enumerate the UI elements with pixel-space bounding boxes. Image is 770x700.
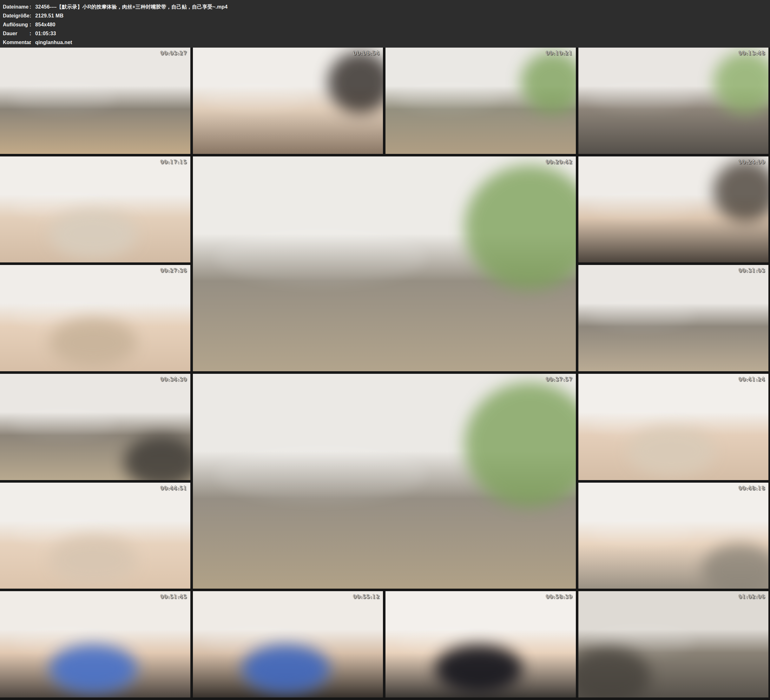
- filename-label: Dateiname: [3, 3, 29, 11]
- thumb-accent-shape: [628, 427, 715, 476]
- thumb-timestamp: 00:34:30: [160, 376, 187, 382]
- meta-row-comment: Kommentar : qinglanhua.net: [3, 38, 770, 47]
- thumb-timestamp: 00:44:51: [160, 485, 187, 491]
- video-thumbnail[interactable]: 00:13:48: [578, 48, 769, 154]
- comment-value: qinglanhua.net: [35, 38, 72, 47]
- video-thumbnail[interactable]: 00:10:21: [385, 48, 576, 154]
- video-thumbnail-large[interactable]: 00:20:42: [193, 156, 576, 371]
- thumb-accent-shape: [702, 544, 768, 589]
- thumb-timestamp: 00:51:45: [160, 593, 187, 600]
- meta-row-filesize: Dateigröße : 2129.51 MB: [3, 11, 770, 20]
- filename-value: 32456----【默示录】小R的按摩体验，肉丝+三种封嘴胶带，自己贴，自己享受…: [35, 3, 228, 11]
- thumb-timestamp: 00:48:18: [739, 485, 765, 491]
- duration-label: Dauer: [3, 29, 29, 38]
- separator-colon: :: [29, 20, 35, 29]
- video-thumbnail[interactable]: 00:55:12: [193, 591, 383, 697]
- thumb-timestamp: 00:31:03: [739, 267, 765, 274]
- thumb-accent-shape: [713, 52, 768, 113]
- video-thumbnail[interactable]: 00:27:36: [0, 265, 190, 371]
- thumb-timestamp: 00:03:27: [160, 50, 187, 56]
- thumb-accent-shape: [521, 52, 576, 113]
- separator-colon: :: [29, 29, 35, 38]
- separator-colon: :: [29, 38, 35, 47]
- separator-colon: :: [29, 11, 35, 20]
- video-thumbnail-large[interactable]: 00:37:57: [193, 374, 576, 589]
- video-thumbnail[interactable]: 00:03:27: [0, 48, 190, 154]
- video-thumbnail[interactable]: 00:17:15: [0, 156, 190, 263]
- video-thumbnail[interactable]: 00:31:03: [578, 265, 769, 371]
- meta-row-duration: Dauer : 01:05:33: [3, 29, 770, 38]
- resolution-value: 854x480: [35, 20, 55, 29]
- thumb-timestamp: 00:41:24: [739, 376, 765, 382]
- file-metadata-header: Dateiname : 32456----【默示录】小R的按摩体验，肉丝+三种封…: [0, 0, 770, 48]
- video-thumbnail[interactable]: 01:02:06: [578, 591, 769, 697]
- thumbnail-grid: 00:03:27 00:06:54 00:10:21 00:13:48 00:1…: [0, 48, 770, 700]
- meta-row-filename: Dateiname : 32456----【默示录】小R的按摩体验，肉丝+三种封…: [3, 3, 770, 11]
- thumb-timestamp: 00:17:15: [160, 159, 187, 165]
- filesize-label: Dateigröße: [3, 11, 29, 20]
- thumb-accent-shape: [124, 435, 190, 480]
- thumb-accent-shape: [578, 648, 651, 697]
- separator-colon: :: [29, 3, 35, 11]
- thumb-timestamp: 00:20:42: [546, 159, 573, 165]
- contact-sheet-page: { "header": { "fields": [ {"label": "Dat…: [0, 0, 770, 700]
- video-thumbnail[interactable]: 00:51:45: [0, 591, 190, 697]
- video-thumbnail[interactable]: 00:44:51: [0, 483, 190, 589]
- thumb-accent-shape: [50, 318, 137, 367]
- thumb-timestamp: 00:24:09: [739, 159, 765, 165]
- thumb-accent-shape: [242, 645, 330, 694]
- video-thumbnail[interactable]: 00:41:24: [578, 374, 769, 480]
- video-thumbnail[interactable]: 00:06:54: [193, 48, 383, 154]
- thumb-timestamp: 00:10:21: [546, 50, 573, 56]
- thumb-accent-shape: [464, 382, 576, 507]
- thumb-timestamp: 00:13:48: [739, 50, 765, 56]
- thumb-accent-shape: [328, 52, 383, 113]
- meta-row-resolution: Auflösung : 854x480: [3, 20, 770, 29]
- video-thumbnail[interactable]: 00:58:39: [385, 591, 576, 697]
- thumb-timestamp: 00:27:36: [160, 267, 187, 274]
- duration-value: 01:05:33: [35, 29, 56, 38]
- thumb-timestamp: 00:06:54: [353, 50, 380, 56]
- filesize-value: 2129.51 MB: [35, 11, 63, 20]
- thumb-timestamp: 00:37:57: [546, 376, 573, 382]
- comment-label: Kommentar: [3, 38, 29, 47]
- thumb-accent-shape: [50, 645, 137, 694]
- thumb-timestamp: 01:02:06: [739, 593, 765, 600]
- thumb-accent-shape: [464, 165, 576, 290]
- thumb-accent-shape: [50, 209, 137, 258]
- thumb-accent-shape: [435, 645, 522, 694]
- thumb-accent-shape: [713, 160, 768, 222]
- video-thumbnail[interactable]: 00:34:30: [0, 374, 190, 480]
- video-thumbnail[interactable]: 00:24:09: [578, 156, 769, 263]
- resolution-label: Auflösung: [3, 20, 29, 29]
- thumb-timestamp: 00:58:39: [546, 593, 573, 600]
- video-thumbnail[interactable]: 00:48:18: [578, 483, 769, 589]
- thumb-timestamp: 00:55:12: [353, 593, 380, 600]
- thumb-accent-shape: [50, 536, 137, 585]
